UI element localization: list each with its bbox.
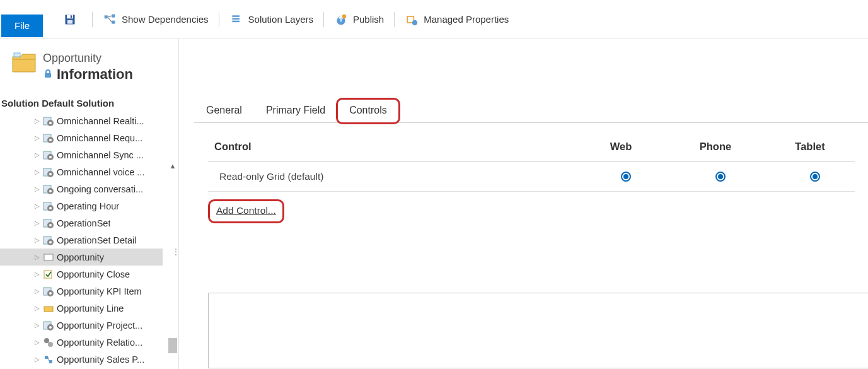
expand-icon[interactable]: ▷ [34,152,40,158]
managed-properties-button[interactable]: Managed Properties [398,9,515,30]
expand-icon[interactable]: ▷ [34,135,40,141]
tree-item[interactable]: ▷Opportunity Relatio... [0,334,163,351]
main-panel: General Primary Field Controls Control W… [179,39,868,369]
svg-rect-16 [45,73,51,78]
file-menu-button[interactable]: File [1,15,43,37]
expand-icon[interactable]: ▷ [34,186,40,192]
tab-general[interactable]: General [194,99,254,123]
expand-icon[interactable]: ▷ [34,288,40,295]
ribbon-item-label: Solution Layers [248,14,313,25]
ribbon-item-label: Show Dependencies [122,14,209,25]
scroll-thumb[interactable] [168,338,177,353]
gear-icon [43,201,54,212]
tab-controls[interactable]: Controls [337,99,399,123]
tree-item[interactable]: ▷Opportunity Sales P... [0,351,163,368]
expand-icon[interactable]: ▷ [34,220,40,226]
svg-rect-6 [112,20,115,23]
svg-rect-13 [408,16,413,21]
tree-item[interactable]: ▷Omnichannel Realti... [0,112,163,129]
save-icon [63,13,77,26]
svg-point-28 [49,173,52,175]
solution-line: Solution Default Solution [0,91,178,112]
gear-icon [43,115,54,127]
controls-tab-content: Control Web Phone Tablet Read-only Grid … [194,123,868,223]
svg-rect-46 [44,307,53,312]
tree-item[interactable]: ▷Operating Hour [0,197,163,214]
save-button[interactable] [57,9,88,30]
publish-button[interactable]: Publish [328,9,390,30]
expand-icon[interactable]: ▷ [34,237,40,243]
separator [323,12,324,27]
svg-rect-1 [67,15,73,18]
tree-item-opportunity[interactable]: ▷Opportunity [0,249,163,266]
svg-rect-5 [112,14,115,17]
svg-point-11 [342,14,347,18]
svg-point-25 [49,156,52,158]
solution-layers-button[interactable]: Solution Layers [223,9,320,30]
expand-icon[interactable]: ▷ [34,169,40,175]
expand-icon[interactable]: ▷ [34,118,40,124]
gear-icon [43,132,54,144]
svg-point-50 [44,338,49,343]
tab-primary-field[interactable]: Primary Field [254,99,337,123]
tree-item[interactable]: ▷OperationSet [0,214,163,231]
expand-icon[interactable]: ▷ [34,271,40,278]
show-dependencies-button[interactable]: Show Dependencies [96,9,215,30]
tree-item[interactable]: ▷Omnichannel Requ... [0,129,163,146]
managed-icon [405,13,419,26]
tree-item[interactable]: ▷Opportunity Close [0,266,163,283]
svg-rect-9 [232,20,240,22]
svg-point-45 [49,292,52,295]
tree-item[interactable]: ▷Ongoing conversati... [0,180,163,197]
tree-item[interactable]: ▷Opportunity Project... [0,317,163,334]
expand-icon[interactable]: ▷ [34,322,40,329]
expand-icon[interactable]: ▷ [34,339,40,346]
add-control-highlight: Add Control... [208,199,284,223]
entity-header: Opportunity Information [0,52,178,91]
splitter-handle[interactable]: ⋮ [172,247,180,256]
radio-tablet[interactable] [810,172,820,182]
separator [219,12,219,27]
gear-icon [43,218,54,229]
col-tablet: Tablet [763,141,857,153]
add-control-link[interactable]: Add Control... [216,205,276,216]
scroll-up-icon[interactable]: ▲ [168,161,177,170]
entity-name: Opportunity [43,52,133,65]
col-web: Web [574,141,668,153]
svg-rect-53 [49,360,52,363]
svg-rect-3 [71,15,72,18]
svg-point-31 [49,190,52,192]
col-phone: Phone [668,141,763,153]
svg-rect-2 [67,20,72,23]
svg-point-49 [49,326,52,329]
page-title: Information [57,66,133,83]
ribbon-item-label: Publish [353,14,384,25]
tree-item[interactable]: ▷Opportunity Line [0,300,163,317]
svg-point-19 [49,122,52,124]
expand-icon[interactable]: ▷ [34,203,40,209]
svg-point-14 [412,20,417,25]
controls-table-row[interactable]: Read-only Grid (default) [208,162,855,192]
publish-icon [334,13,348,26]
entity-tree: ▷Omnichannel Realti... ▷Omnichannel Requ… [0,112,178,368]
expand-icon[interactable]: ▷ [34,254,40,261]
controls-table-header: Control Web Phone Tablet [208,141,855,162]
tree-item[interactable]: ▷Opportunity KPI Item [0,283,163,300]
gear-icon [43,184,54,195]
sidebar: Opportunity Information Solution Default… [0,39,179,369]
tree-item[interactable]: ▷Omnichannel Sync ... [0,146,163,163]
radio-web[interactable] [621,172,631,182]
entity-icon [43,252,54,263]
relationship-icon [43,337,54,348]
svg-point-40 [49,241,52,243]
expand-icon[interactable]: ▷ [34,305,40,312]
sales-process-icon [43,354,54,365]
sidebar-scrollbar[interactable]: ▲ [168,161,177,357]
tree-item[interactable]: ▷OperationSet Detail [0,231,163,249]
separator [394,12,395,27]
radio-phone[interactable] [715,172,726,182]
tree-item[interactable]: ▷Omnichannel voice ... [0,163,163,180]
expand-icon[interactable]: ▷ [34,356,40,363]
svg-rect-7 [232,15,240,17]
gear-icon [43,286,54,297]
